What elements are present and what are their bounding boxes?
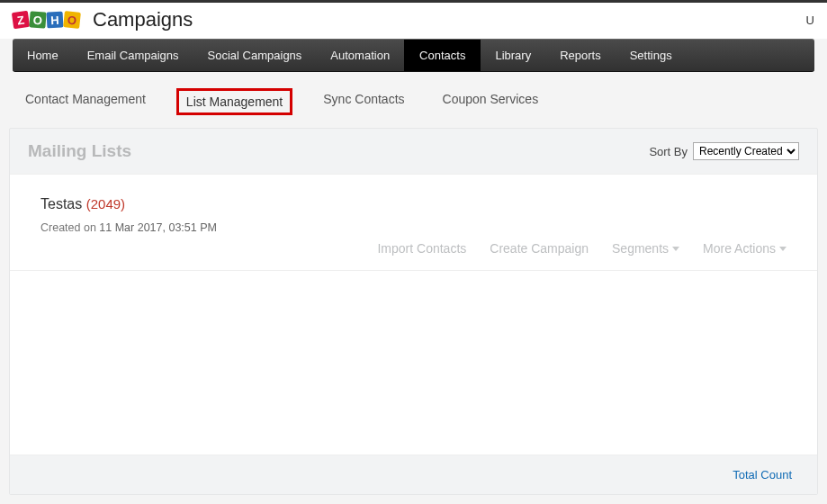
subnav-contact-management[interactable]: Contact Management [18, 88, 153, 115]
content-panel: Mailing Lists Sort By Recently Created T… [9, 128, 818, 495]
action-more-actions[interactable]: More Actions [703, 241, 787, 256]
top-bar: Z O H O Campaigns U [0, 3, 827, 39]
action-import-label: Import Contacts [377, 241, 466, 256]
logo-letter-o: O [29, 11, 46, 28]
list-actions: Import Contacts Create Campaign Segments… [40, 241, 787, 256]
sort-label: Sort By [649, 145, 688, 158]
panel-footer: Total Count [10, 455, 817, 494]
action-create-label: Create Campaign [490, 241, 589, 256]
logo-letter-o2: O [63, 11, 81, 29]
action-import-contacts[interactable]: Import Contacts [377, 241, 466, 256]
list-name[interactable]: Testas [40, 196, 82, 212]
panel-header: Mailing Lists Sort By Recently Created [10, 129, 817, 174]
nav-contacts[interactable]: Contacts [404, 40, 481, 71]
created-datetime: 11 Mar 2017, 03:51 PM [99, 221, 217, 234]
brand-name: Campaigns [93, 8, 193, 32]
empty-area [10, 271, 817, 455]
nav-reports[interactable]: Reports [545, 40, 616, 71]
created-prefix: Created on [40, 221, 99, 234]
action-segments-label: Segments [612, 241, 669, 256]
nav-email-campaigns[interactable]: Email Campaigns [73, 40, 193, 71]
mailing-list-card: Testas (2049) Created on 11 Mar 2017, 03… [10, 174, 817, 271]
user-initial: U [806, 14, 814, 27]
chevron-down-icon [779, 247, 787, 251]
panel-title: Mailing Lists [28, 141, 131, 161]
action-segments[interactable]: Segments [612, 241, 679, 256]
nav-automation[interactable]: Automation [316, 40, 404, 71]
list-title-row: Testas (2049) [40, 196, 787, 212]
sub-nav: Contact Management List Management Sync … [0, 72, 827, 128]
chevron-down-icon [672, 247, 679, 251]
zoho-logo: Z O H O [13, 12, 80, 28]
subnav-sync-contacts[interactable]: Sync Contacts [316, 88, 411, 115]
nav-home[interactable]: Home [13, 40, 73, 71]
main-nav: Home Email Campaigns Social Campaigns Au… [13, 39, 814, 72]
logo-letter-z: Z [12, 11, 30, 29]
action-create-campaign[interactable]: Create Campaign [490, 241, 589, 256]
nav-settings[interactable]: Settings [616, 40, 687, 71]
list-count: (2049) [86, 196, 125, 212]
logo-letter-h: H [47, 12, 64, 29]
nav-library[interactable]: Library [481, 40, 545, 71]
subnav-list-management[interactable]: List Management [176, 88, 292, 115]
sort-control: Sort By Recently Created [649, 142, 799, 160]
sort-dropdown[interactable]: Recently Created [693, 142, 799, 160]
nav-social-campaigns[interactable]: Social Campaigns [193, 40, 317, 71]
total-count-link[interactable]: Total Count [733, 468, 792, 482]
subnav-coupon-services[interactable]: Coupon Services [436, 88, 546, 115]
list-created: Created on 11 Mar 2017, 03:51 PM [40, 221, 787, 234]
action-more-label: More Actions [703, 241, 776, 256]
